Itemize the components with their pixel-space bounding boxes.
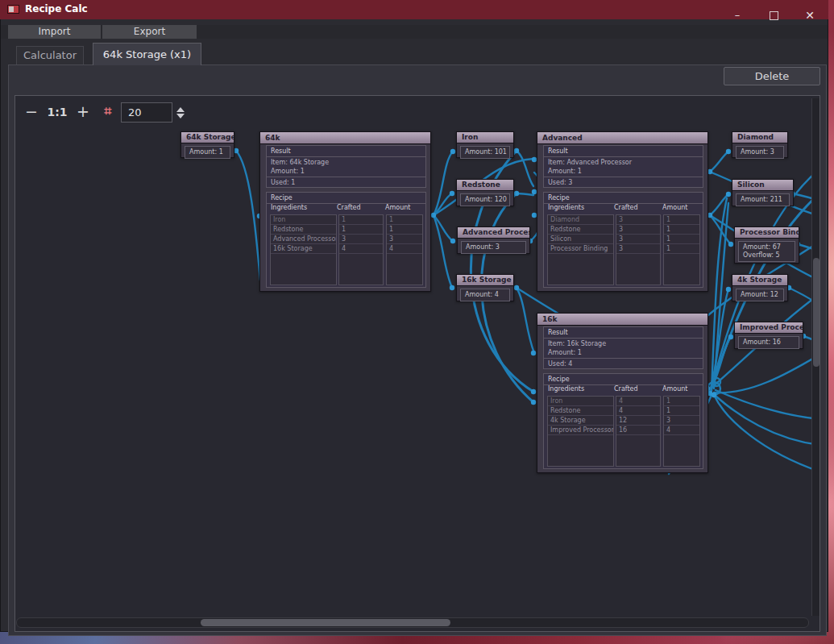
node-item-processor-binding[interactable]: Processor Binding Amount: 67 Overflow: 5 (734, 226, 799, 264)
zoom-reset-button[interactable]: 1:1 (45, 104, 69, 120)
list-cell[interactable]: 3 (387, 235, 422, 244)
list-cell[interactable]: Processor Binding (548, 244, 613, 254)
node-recipe-64k[interactable]: 64k Result Item: 64k Storage Amount: 1 U… (259, 131, 431, 292)
node-title[interactable]: Advanced Processor (458, 227, 529, 239)
amount-field: Amount: 1 (185, 146, 230, 159)
list-cell[interactable]: Improved Processor (548, 426, 613, 435)
grid-size-input[interactable]: 20 (121, 102, 172, 123)
node-title[interactable]: 4k Storage (732, 275, 787, 286)
node-item-64k-storage[interactable]: 64k Storage Amount: 1 (180, 131, 234, 158)
list-cell[interactable]: 1 (339, 215, 383, 225)
ingredients-list[interactable]: DiamondRedstoneSiliconProcessor Binding (547, 214, 614, 285)
node-item-16k-storage[interactable]: 16k Storage Amount: 4 (456, 274, 514, 301)
node-title[interactable]: Redstone (457, 180, 513, 191)
crafted-list[interactable]: 441216 (616, 396, 661, 467)
list-cell[interactable]: Advanced Processor (271, 235, 336, 244)
list-cell[interactable]: 3 (664, 416, 699, 426)
ingredients-list[interactable]: IronRedstone4k StorageImproved Processor (547, 396, 614, 467)
grid-size-stepper[interactable] (176, 106, 186, 120)
node-title[interactable]: 16k (537, 314, 707, 326)
list-cell[interactable]: Diamond (548, 215, 613, 225)
node-title[interactable]: Advanced (537, 132, 707, 144)
close-icon: ✕ (805, 9, 815, 22)
result-amount: Amount: 1 (267, 167, 425, 176)
col-header-ingredients: Ingredients (548, 385, 584, 393)
node-title[interactable]: Improved Processor (735, 322, 803, 334)
amount-list[interactable]: 1111 (663, 214, 700, 285)
list-cell[interactable]: Redstone (548, 406, 613, 416)
delete-button[interactable]: Delete (724, 67, 820, 85)
menu-export[interactable]: Export (102, 25, 197, 39)
tab-calculator[interactable]: Calculator (16, 46, 84, 64)
node-recipe-16k[interactable]: 16k Result Item: 16k Storage Amount: 1 U… (537, 313, 708, 473)
col-header-crafted: Crafted (614, 204, 638, 212)
vertical-scrollbar-thumb[interactable] (813, 258, 819, 367)
list-cell[interactable]: 4 (616, 397, 660, 406)
list-cell[interactable]: 4 (616, 406, 660, 416)
tab-64k-storage[interactable]: 64k Storage (x1) (93, 43, 201, 65)
node-item-iron[interactable]: Iron Amount: 101 (456, 131, 514, 158)
list-cell[interactable]: 4 (339, 244, 383, 254)
node-item-4k-storage[interactable]: 4k Storage Amount: 12 (732, 274, 788, 301)
list-cell[interactable]: 1 (664, 244, 699, 254)
node-item-silicon[interactable]: Silicon Amount: 211 (732, 179, 794, 206)
list-cell[interactable]: 3 (339, 235, 383, 244)
list-cell[interactable]: Iron (548, 397, 613, 406)
crafted-list[interactable]: 3333 (616, 214, 661, 285)
amount-field: Amount: 67 Overflow: 5 (738, 241, 795, 262)
crafted-list[interactable]: 1134 (338, 214, 384, 285)
amount-list[interactable]: 1134 (663, 396, 700, 467)
zoom-in-button[interactable]: + (74, 102, 92, 120)
horizontal-scrollbar-thumb[interactable] (201, 619, 450, 626)
horizontal-scrollbar[interactable] (16, 617, 809, 628)
list-cell[interactable]: 3 (616, 244, 660, 254)
node-recipe-advanced[interactable]: Advanced Result Item: Advanced Processor… (537, 131, 708, 292)
list-cell[interactable]: 1 (664, 235, 699, 244)
list-cell[interactable]: 4 (387, 244, 422, 254)
node-item-advanced-processor[interactable]: Advanced Processor Amount: 3 (457, 226, 530, 254)
spin-down-icon[interactable] (176, 114, 185, 118)
snap-grid-icon[interactable]: ⌗ (99, 102, 117, 120)
list-cell[interactable]: 16 (616, 426, 660, 435)
ingredients-list[interactable]: IronRedstoneAdvanced Processor16k Storag… (270, 214, 337, 285)
result-used: Used: 1 (267, 178, 425, 187)
amount-list[interactable]: 1134 (386, 214, 423, 285)
list-cell[interactable]: 1 (664, 406, 699, 416)
node-title[interactable]: Iron (457, 132, 513, 143)
list-cell[interactable]: 1 (387, 225, 422, 235)
title-bar[interactable]: Recipe Calc – ✕ (0, 0, 828, 19)
node-title[interactable]: Diamond (732, 132, 787, 143)
list-cell[interactable]: 3 (616, 225, 660, 235)
node-title[interactable]: 64k (260, 132, 430, 144)
node-title[interactable]: 16k Storage (457, 275, 513, 286)
list-cell[interactable]: 3 (616, 235, 660, 244)
list-cell[interactable]: Iron (271, 215, 336, 225)
minimize-button[interactable]: – (722, 6, 753, 25)
zoom-out-button[interactable]: − (23, 102, 40, 120)
list-cell[interactable]: Redstone (548, 225, 613, 235)
list-cell[interactable]: 1 (664, 397, 699, 406)
list-cell[interactable]: 1 (387, 215, 422, 225)
vertical-scrollbar[interactable] (811, 98, 819, 616)
maximize-icon (770, 11, 778, 20)
list-cell[interactable]: 3 (616, 215, 660, 225)
node-item-diamond[interactable]: Diamond Amount: 3 (732, 131, 788, 158)
node-title[interactable]: Processor Binding (735, 227, 799, 239)
list-cell[interactable]: Silicon (548, 235, 613, 244)
list-cell[interactable]: 1 (664, 215, 699, 225)
spin-up-icon[interactable] (176, 107, 185, 112)
list-cell[interactable]: 1 (339, 225, 383, 235)
menu-import[interactable]: Import (8, 25, 101, 39)
node-title[interactable]: Silicon (732, 180, 793, 191)
list-cell[interactable]: 12 (616, 416, 660, 426)
maximize-button[interactable] (758, 6, 789, 25)
close-button[interactable]: ✕ (795, 6, 825, 25)
node-item-redstone[interactable]: Redstone Amount: 120 (456, 179, 514, 206)
list-cell[interactable]: 1 (664, 225, 699, 235)
node-title[interactable]: 64k Storage (181, 132, 234, 143)
list-cell[interactable]: 4k Storage (548, 416, 613, 426)
list-cell[interactable]: 4 (664, 426, 699, 435)
node-item-improved-processor[interactable]: Improved Processor Amount: 16 (734, 322, 803, 349)
list-cell[interactable]: Redstone (271, 225, 336, 235)
list-cell[interactable]: 16k Storage (271, 244, 336, 254)
